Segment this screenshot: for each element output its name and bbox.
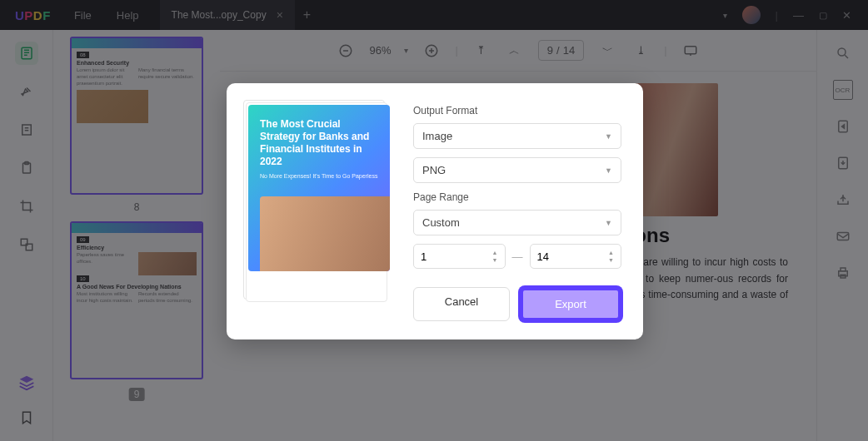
range-to-input[interactable]: ▲▼ bbox=[530, 244, 622, 269]
range-from-input[interactable]: ▲▼ bbox=[413, 244, 506, 269]
output-format-label: Output Format bbox=[413, 105, 621, 116]
chevron-down-icon: ▼ bbox=[605, 166, 612, 175]
step-up-icon[interactable]: ▲ bbox=[608, 250, 614, 255]
chevron-down-icon: ▼ bbox=[605, 132, 612, 141]
range-type-select[interactable]: Custom▼ bbox=[413, 210, 621, 235]
cancel-button[interactable]: Cancel bbox=[413, 287, 510, 321]
range-separator: — bbox=[512, 250, 523, 263]
filetype-select[interactable]: PNG▼ bbox=[413, 157, 621, 183]
export-dialog: The Most Crucial Strategy for Banks and … bbox=[227, 83, 643, 339]
step-down-icon[interactable]: ▼ bbox=[608, 257, 614, 263]
preview-title: The Most Crucial Strategy for Banks and … bbox=[260, 118, 378, 168]
step-down-icon[interactable]: ▼ bbox=[492, 257, 498, 263]
format-select[interactable]: Image▼ bbox=[413, 123, 621, 149]
export-preview: The Most Crucial Strategy for Banks and … bbox=[248, 105, 390, 305]
preview-subtitle: No More Expenses! It's Time to Go Paperl… bbox=[260, 173, 378, 179]
step-up-icon[interactable]: ▲ bbox=[492, 250, 498, 255]
page-range-label: Page Range bbox=[413, 191, 621, 203]
chevron-down-icon: ▼ bbox=[605, 219, 612, 227]
export-button[interactable]: Export bbox=[520, 287, 621, 321]
